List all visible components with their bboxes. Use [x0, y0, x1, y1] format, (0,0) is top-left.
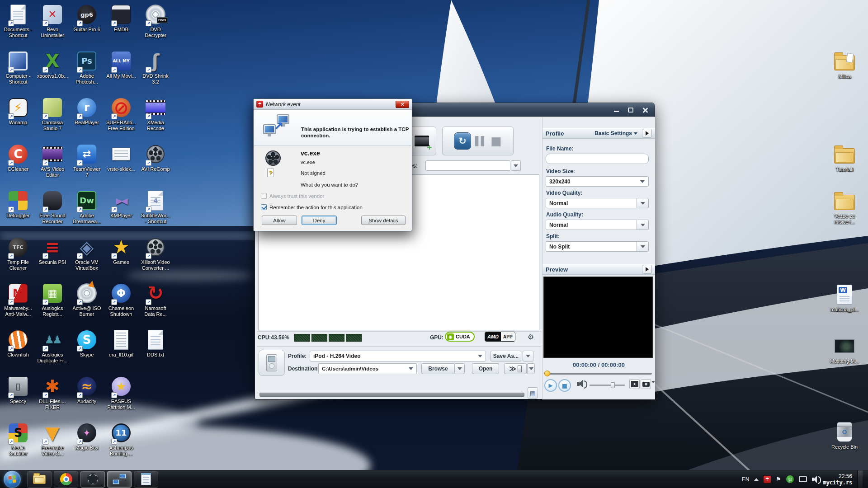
- play-button[interactable]: ▶: [544, 379, 557, 392]
- desktop-icon-folder-milica[interactable]: Milica: [827, 51, 862, 80]
- convert-button[interactable]: ↻: [454, 132, 471, 150]
- desktop-icon-era-fl10-gif[interactable]: era_fl10.gif: [104, 329, 138, 358]
- taskbar-converter-button[interactable]: [80, 471, 105, 488]
- desktop-icon-clownfish[interactable]: ↗Clownfish: [1, 329, 35, 358]
- desktop-icon-chameleon-shutdown[interactable]: Φ↗Chameleon Shutdown: [104, 282, 138, 317]
- preset-selector[interactable]: Basic Settings: [594, 130, 637, 136]
- open-button[interactable]: Open: [472, 363, 499, 374]
- desktop-icon-documents-shortcut[interactable]: ↗Documents - Shortcut: [1, 4, 35, 38]
- desktop-icon-xmedia-recode[interactable]: ↗XMedia Recode: [138, 97, 173, 131]
- volume-thumb[interactable]: [611, 382, 615, 388]
- dialog-close-button[interactable]: [396, 101, 409, 108]
- trust-vendor-checkbox[interactable]: [261, 193, 267, 199]
- taskbar-chrome-button[interactable]: [54, 471, 78, 488]
- language-indicator[interactable]: EN: [742, 476, 750, 483]
- desktop-icon-maticna-word-doc[interactable]: Wmaticna_pl...: [827, 284, 862, 313]
- desktop-icon-freemake-video-converter[interactable]: ▼↗Freemake Video C...: [35, 422, 70, 457]
- desktop-icon-computer-shortcut[interactable]: ↗Computer - Shortcut: [1, 50, 35, 85]
- desktop-icon-dll-files-fixer[interactable]: ✱↗DLL-Files.... FIXER: [35, 375, 70, 410]
- desktop-icon-mustang-image[interactable]: Mustang-M...: [827, 335, 862, 364]
- seek-slider[interactable]: [544, 373, 652, 375]
- desktop-icon-malwarebytes-anti-malware[interactable]: M↗Malwareby... Anti-Malw...: [1, 282, 35, 317]
- desktop-icon-xboot[interactable]: X↗xbootvs1.0b...: [35, 50, 70, 79]
- allow-button[interactable]: Allow: [262, 216, 297, 225]
- desktop-icon-media-subtitler[interactable]: S↗Media Subtitler: [1, 422, 35, 457]
- desktop-icon-auslogics-registry[interactable]: ▦↗Auslogics Registr...: [35, 282, 70, 317]
- desktop-icon-avs-video-editor[interactable]: ↗AVS Video Editor: [35, 143, 70, 178]
- transfer-dropdown-button[interactable]: [527, 363, 535, 374]
- settings-wrench-icon[interactable]: ⚙: [525, 331, 536, 342]
- maximize-icon[interactable]: [626, 106, 636, 113]
- desktop-icon-realplayer[interactable]: r↗RealPlayer: [70, 97, 104, 126]
- audio-quality-combobox[interactable]: Normal: [546, 220, 649, 230]
- desktop-icon-namosoft-data-recovery[interactable]: ↻↗Namosoft Data Re...: [138, 282, 173, 317]
- network-tray-icon[interactable]: [799, 476, 807, 482]
- show-desktop-button[interactable]: [857, 470, 863, 488]
- preview-stop-button[interactable]: ■: [558, 379, 571, 392]
- snapshot-film-button[interactable]: ★: [629, 379, 640, 389]
- desktop-icon-winamp[interactable]: ⚡↗Winamp: [1, 97, 35, 126]
- desktop-icon-free-sound-recorder[interactable]: ↗Free Sound Recorder: [35, 190, 70, 225]
- file-name-input[interactable]: [546, 154, 649, 164]
- desktop-icon-dds-txt[interactable]: DDS.txt: [138, 329, 173, 358]
- desktop-icon-active-iso-burner[interactable]: ↗Active@ ISO Burner: [70, 282, 104, 317]
- speaker-tray-icon[interactable]: [812, 478, 814, 481]
- log-list-button[interactable]: ▤: [528, 387, 538, 399]
- volume-icon[interactable]: [577, 382, 580, 386]
- taskbar-explorer-button[interactable]: [27, 471, 52, 488]
- browse-dropdown-button[interactable]: [454, 363, 465, 374]
- desktop-icon-ashampoo-burning-studio[interactable]: 11↗Ashampoo Burning ...: [104, 422, 138, 457]
- desktop-icon-avi-recomp[interactable]: ↗AVI ReComp: [138, 143, 173, 172]
- desktop-icon-xilisoft-video-converter[interactable]: ↗Xilisoft Video Converter ...: [138, 236, 173, 271]
- desktop-icon-audacity[interactable]: ≈↗Audacity: [70, 375, 104, 404]
- profile-expand-button[interactable]: [642, 129, 652, 138]
- desktop-icon-all-my-movies[interactable]: ALL MY↗All My Movi...: [104, 50, 138, 79]
- amd-app-badge[interactable]: AMD APP: [485, 332, 515, 342]
- taskbar-notepad-button[interactable]: [134, 471, 158, 488]
- destination-combobox[interactable]: C:\Users\admin\Videos: [318, 363, 417, 374]
- taskbar-network-event-button[interactable]: [107, 471, 132, 488]
- save-as-dropdown-button[interactable]: [523, 351, 533, 361]
- desktop-icon-dvd-shrink[interactable]: ʃ↗DVD Shrink 3.2: [138, 50, 173, 85]
- desktop-icon-superantispyware[interactable]: ⊘↗SUPERAnti... Free Edition: [104, 97, 138, 131]
- desktop-icon-guitar-pro-6[interactable]: gp6↗Guitar Pro 6: [70, 4, 104, 33]
- desktop-icon-auslogics-duplicate-finder[interactable]: ♟♟↗Auslogics Duplicate Fi...: [35, 329, 70, 364]
- snapshot-camera-button[interactable]: [641, 379, 651, 389]
- desktop-icon-adobe-dreamweaver[interactable]: Dw↗Adobe Dreamwea...: [70, 190, 104, 225]
- preview-expand-button[interactable]: [642, 265, 652, 274]
- volume-slider[interactable]: [590, 385, 625, 386]
- desktop-icon-easeus-partition-master[interactable]: ★↗EASEUS Partition M...: [104, 375, 138, 410]
- clock[interactable]: 22:56 mycity.rs: [823, 473, 852, 486]
- snapshot-dropdown-button[interactable]: [651, 383, 655, 391]
- desktop-icon-teamviewer[interactable]: ⇄↗TeamViewer 7: [70, 143, 104, 178]
- profile-combobox[interactable]: iPod - H.264 Video: [310, 351, 486, 361]
- desktop-icon-folder-tutoriali[interactable]: Tutoriali: [827, 144, 862, 173]
- desktop-icon-skype[interactable]: S↗Skype: [70, 329, 104, 358]
- utorrent-tray-icon[interactable]: µ: [786, 475, 794, 483]
- desktop-icon-ccleaner[interactable]: C↗CCleaner: [1, 143, 35, 172]
- desktop-icon-folder-vezbe-za-misice[interactable]: Vezbe za misice i...: [827, 190, 862, 225]
- device-profile-button[interactable]: [259, 350, 285, 376]
- video-quality-combobox[interactable]: Normal: [546, 198, 649, 208]
- transfer-to-device-button[interactable]: ≫: [504, 363, 527, 374]
- desktop-icon-recycle-bin[interactable]: ♻Recycle Bin: [827, 421, 862, 450]
- show-details-button[interactable]: Show details: [361, 216, 406, 225]
- desktop-icon-temp-file-cleaner[interactable]: TFC↗Temp File Cleaner: [1, 236, 35, 271]
- desktop-icon-secunia-psi[interactable]: ≡↗Secunia PSI: [35, 236, 70, 265]
- cuda-badge[interactable]: ◉ CUDA: [445, 332, 475, 342]
- browse-button[interactable]: Browse: [421, 363, 455, 374]
- desktop-icon-camtasia-studio[interactable]: ↗Camtasia Studio 7: [35, 97, 70, 131]
- remember-action-checkbox[interactable]: [261, 204, 267, 210]
- start-button[interactable]: [4, 471, 21, 488]
- desktop-icon-kmplayer[interactable]: ▶◀↗KMPlayer: [104, 190, 138, 219]
- deny-button[interactable]: Deny: [302, 216, 337, 225]
- split-combobox[interactable]: No Split: [546, 241, 649, 252]
- desktop-icon-magic-box[interactable]: ✦↗Magic Box: [70, 422, 104, 451]
- seek-thumb[interactable]: [544, 371, 550, 376]
- desktop-icon-revo-uninstaller[interactable]: ✕↗Revo Uninstaller: [35, 4, 70, 38]
- desktop-icon-subtitle-workshop[interactable]: 4↗SubtitleWor... - Shortcut: [138, 190, 173, 225]
- minimize-icon[interactable]: [611, 106, 621, 113]
- desktop-icon-speccy[interactable]: ▯↗Speccy: [1, 375, 35, 404]
- dialog-titlebar[interactable]: ☂ Network event: [254, 99, 412, 110]
- desktop-icon-oracle-vm-virtualbox[interactable]: ◈↗Oracle VM VirtualBox: [70, 236, 104, 271]
